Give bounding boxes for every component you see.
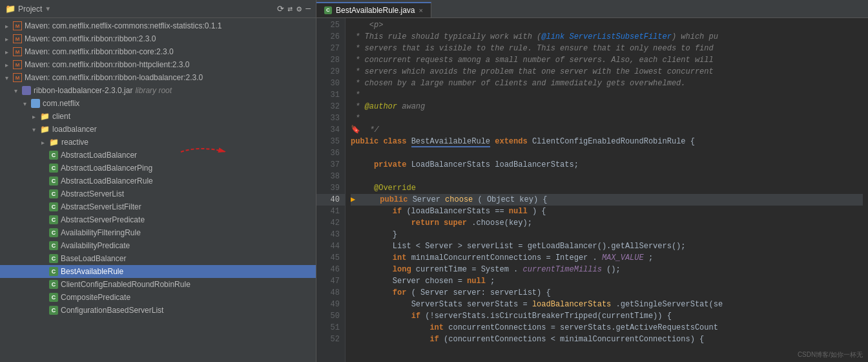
code-text-37a [351, 160, 369, 169]
tab-class-icon: C [324, 6, 332, 14]
tree-item-class-AvailabilityPredicate[interactable]: C AvailabilityPredicate [0, 239, 316, 252]
tree-item-label: loadbalancer [52, 125, 97, 134]
tree-item-class-BestAvailableRule[interactable]: C BestAvailableRule [0, 265, 316, 278]
class-Server: Server [413, 195, 440, 204]
tree-item-jar1[interactable]: ribbon-loadbalancer-2.3.0.jar library ro… [0, 84, 316, 97]
code-line-31: * [351, 89, 863, 101]
tree-item-class-AvailabilityFilteringRule[interactable]: C AvailabilityFilteringRule [0, 226, 316, 239]
split-icon[interactable]: ⇄ [288, 4, 293, 14]
tree-item-maven1[interactable]: M Maven: com.netflix.netflix-commons:net… [0, 19, 316, 32]
code-line-46: long currentTime = System . currentTimeM… [351, 264, 863, 275]
line-num-35: 35 [316, 136, 345, 147]
tree-item-label: Maven: com.netflix.ribbon:ribbon-httpcli… [25, 60, 189, 69]
minimize-icon[interactable]: — [305, 4, 311, 14]
code-text[interactable]: <p> * This rule should typically work wi… [346, 18, 868, 362]
keyword-public: public [351, 137, 378, 146]
tab-label: BestAvailableRule.java [336, 6, 415, 15]
code-text-44b: < [416, 242, 420, 251]
code-line-25: <p> [351, 19, 863, 31]
editor-tab-bar: C BestAvailableRule.java × [316, 0, 868, 18]
code-text-50b: (!serverStats.isCircuitBreakerTripped(cu… [425, 312, 672, 321]
line-num-31: 31 [316, 89, 345, 101]
tree-item-label: AbstractServerListFilter [61, 202, 141, 211]
code-line-26: * This rule should typically work with (… [351, 31, 863, 43]
tree-item-class-AbstractLoadBalancer[interactable]: C AbstractLoadBalancer [0, 149, 316, 162]
class-icon: C [49, 267, 58, 276]
tree-item-maven3[interactable]: M Maven: com.netflix.ribbon:ribbon-core:… [0, 45, 316, 58]
maven-icon: M [13, 73, 22, 82]
arrow-icon [5, 23, 13, 30]
arrow-icon [41, 139, 49, 146]
line-arrow-icon: ▶ [351, 195, 355, 204]
code-indent-51 [351, 323, 425, 332]
tree-item-class-BaseLoadBalancer[interactable]: C BaseLoadBalancer [0, 252, 316, 265]
panel-header: 📁 Project ▼ ⟳ ⇄ ⚙ — [0, 0, 316, 18]
tab-close-button[interactable]: × [419, 6, 423, 14]
code-indent-46 [351, 265, 388, 274]
sync-icon[interactable]: ⟳ [277, 4, 284, 14]
code-indent-47 [351, 277, 388, 286]
package-icon [31, 99, 40, 108]
code-comment: * [351, 114, 360, 123]
line-numbers-gutter: 25 26 27 28 29 30 31 32 33 34 35 36 37 3… [316, 18, 346, 362]
tree-item-class-AbstractLoadBalancerPing[interactable]: C AbstractLoadBalancerPing [0, 162, 316, 175]
tree-item-class-ConfigurationBasedServerList[interactable]: C ConfigurationBasedServerList [0, 304, 316, 317]
code-text-51b: concurrentConnections = serverStats.getA… [448, 323, 718, 332]
tree-item-class-AbstractServerPredicate[interactable]: C AbstractServerPredicate [0, 213, 316, 226]
keyword-private: private [374, 160, 406, 169]
code-indent-43 [351, 230, 388, 239]
code-line-33: * [351, 112, 863, 124]
line-num-30: 30 [316, 78, 345, 89]
code-line-34: 🔖 */ [351, 124, 863, 136]
class-Object: Object [487, 195, 515, 204]
code-text-40e: key) { [519, 195, 547, 204]
tree-item-client[interactable]: 📁 client [0, 110, 316, 123]
code-text-47b: chosen = [425, 277, 467, 286]
tree-item-label: Maven: com.netflix.ribbon:ribbon-core:2.… [25, 47, 174, 56]
tree-item-class-CompositePredicate[interactable]: C CompositePredicate [0, 291, 316, 304]
code-indent-41 [351, 207, 388, 216]
dropdown-icon[interactable]: ▼ [45, 5, 51, 12]
field-MAX_VALUE: MAX_VALUE [602, 253, 644, 262]
class-Integer: Integer [555, 253, 588, 262]
tree-item-loadbalancer[interactable]: 📁 loadbalancer [0, 123, 316, 136]
tree-item-class-ClientConfigEnabledRoundRobinRule[interactable]: C ClientConfigEnabledRoundRobinRule [0, 278, 316, 291]
tree-item-reactive[interactable]: 📁 reactive [0, 136, 316, 149]
code-line-35: public class BestAvailableRule extends C… [351, 136, 863, 147]
keyword-if: if [393, 207, 402, 216]
tab-BestAvailableRule[interactable]: C BestAvailableRule.java × [316, 2, 431, 17]
tree-item-class-AbstractServerList[interactable]: C AbstractServerList [0, 187, 316, 200]
tree-item-class-AbstractServerListFilter[interactable]: C AbstractServerListFilter [0, 200, 316, 213]
arrow-icon [5, 74, 13, 81]
settings-icon[interactable]: ⚙ [296, 4, 302, 14]
tree-item-pkg1[interactable]: com.netflix [0, 97, 316, 110]
folder-icon: 📁 [40, 112, 50, 121]
code-comment: * servers that is visible to the rule. T… [351, 44, 714, 53]
arrow-icon [23, 100, 31, 107]
folder-icon: 📁 [5, 4, 16, 14]
code-line-37: private LoadBalancerStats loadBalancerSt… [351, 159, 863, 171]
superclass-name: ClientConfigEnabledRoundRobinRule [532, 137, 686, 146]
panel-title-text: Project [18, 5, 42, 14]
code-line-41: if (loadBalancerStats == null ) { [351, 206, 863, 217]
tree-item-label: Maven: com.netflix.ribbon:ribbon:2.3.0 [25, 34, 156, 43]
code-comment: */ [365, 125, 379, 134]
tree-item-maven2[interactable]: M Maven: com.netflix.ribbon:ribbon:2.3.0 [0, 32, 316, 45]
tree-item-label: reactive [61, 138, 88, 147]
code-text-46b: currentTime = [416, 265, 481, 274]
code-indent-39 [351, 184, 369, 193]
code-text-41c: ) { [532, 207, 546, 216]
tree-item-maven5[interactable]: M Maven: com.netflix.ribbon:ribbon-loadb… [0, 71, 316, 84]
annotation-text: @author [365, 102, 397, 111]
tree-item-maven4[interactable]: M Maven: com.netflix.ribbon:ribbon-httpc… [0, 58, 316, 71]
tree-item-class-AbstractLoadBalancerRule[interactable]: C AbstractLoadBalancerRule [0, 175, 316, 187]
code-indent-48 [351, 288, 388, 297]
code-editor[interactable]: 25 26 27 28 29 30 31 32 33 34 35 36 37 3… [316, 18, 868, 362]
code-indent-45 [351, 253, 388, 262]
code-line-28: * concurrent requests among a small numb… [351, 54, 863, 66]
code-line-52: if (concurrentConnections < minimalConcu… [351, 334, 863, 345]
code-text-45d: ; [648, 253, 653, 262]
code-indent-52 [351, 335, 425, 344]
code-line-38 [351, 171, 863, 182]
keyword-for: for [393, 288, 407, 297]
